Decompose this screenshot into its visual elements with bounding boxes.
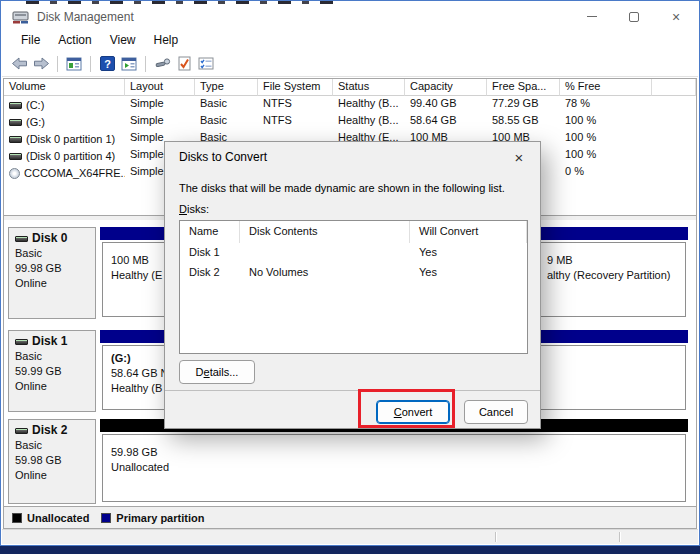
status-bar: [2, 529, 698, 544]
help-icon: ?: [100, 56, 115, 71]
volume-type: Basic: [195, 96, 258, 113]
disks-list-row-disk2[interactable]: Disk 2 No Volumes Yes: [180, 263, 527, 283]
volume-pct: 0 %: [560, 164, 652, 181]
checklist-icon: [198, 57, 214, 70]
disk-size: 59.98 GB: [15, 453, 95, 468]
disk-name: Disk 0: [32, 231, 67, 246]
volume-capacity: 99.40 GB: [405, 96, 487, 113]
disk2-block: Disk 2 Basic 59.98 GB Online 59.98 GB Un…: [8, 419, 688, 504]
disk1-panel[interactable]: Disk 1 Basic 59.99 GB Online: [8, 330, 96, 412]
cancel-button[interactable]: Cancel: [464, 400, 528, 424]
volume-name: (Disk 0 partition 4): [26, 150, 115, 162]
check-document-button[interactable]: [173, 54, 195, 74]
legend-label: Primary partition: [116, 512, 204, 524]
volume-layout: Simple: [125, 113, 195, 130]
disks-list-row-disk1[interactable]: Disk 1 Yes: [180, 243, 527, 263]
volume-fs: NTFS: [258, 113, 333, 130]
col-free-space[interactable]: Free Spa...: [487, 79, 560, 96]
toolbar-separator: [57, 56, 58, 72]
col-name[interactable]: Name: [180, 221, 240, 243]
title-bar: Disk Management ×: [2, 4, 698, 29]
window-controls: ×: [578, 4, 690, 29]
disk-list-button[interactable]: [63, 54, 85, 74]
primary-partition-swatch: [101, 513, 111, 523]
disk2-panel[interactable]: Disk 2 Basic 59.98 GB Online: [8, 419, 96, 504]
disk2-unallocated-space[interactable]: 59.98 GB Unallocated: [102, 434, 686, 502]
disk-size: 99.98 GB: [15, 261, 95, 276]
col-layout[interactable]: Layout: [125, 79, 195, 96]
volume-table-header: Volume Layout Type File System Status Ca…: [4, 79, 696, 96]
disk0-partition-recovery[interactable]: 9 MB althy (Recovery Partition): [530, 242, 686, 317]
legend-unallocated: Unallocated: [12, 512, 89, 524]
volume-name: (Disk 0 partition 1): [26, 133, 115, 145]
console-play-icon: [121, 57, 137, 71]
disk-status: Online: [15, 468, 95, 483]
volume-status: Healthy (B...: [333, 96, 405, 113]
disk-contents: No Volumes: [240, 263, 410, 283]
partition-status: Unallocated: [111, 460, 685, 475]
col-file-system[interactable]: File System: [258, 79, 333, 96]
dialog-close-button[interactable]: ×: [508, 146, 530, 168]
disk-icon: [15, 339, 28, 345]
menu-help[interactable]: Help: [145, 31, 188, 49]
menu-action[interactable]: Action: [49, 31, 100, 49]
details-button[interactable]: Details...: [179, 360, 255, 384]
legend-bar: Unallocated Primary partition: [4, 506, 696, 528]
cd-icon: [9, 168, 20, 179]
will-convert: Yes: [410, 263, 527, 283]
disk-type: Basic: [15, 246, 95, 261]
col-volume[interactable]: Volume: [4, 79, 125, 96]
col-type[interactable]: Type: [195, 79, 258, 96]
disk-icon: [15, 428, 28, 434]
disks-list-header: Name Disk Contents Will Convert: [180, 221, 527, 243]
disk2-strip: 59.98 GB Unallocated: [100, 419, 688, 504]
disk0-panel[interactable]: Disk 0 Basic 99.98 GB Online: [8, 227, 96, 319]
volume-row-g[interactable]: (G:) Simple Basic NTFS Healthy (B... 58.…: [4, 113, 696, 130]
dialog-separator: [165, 390, 540, 391]
back-arrow-icon: [11, 57, 28, 70]
minimize-icon: [587, 16, 597, 17]
desktop-taskbar-strip: [0, 546, 700, 554]
disk-name: Disk 2: [32, 423, 67, 438]
disk-size: 59.99 GB: [15, 364, 95, 379]
toolbar-separator: [145, 56, 146, 72]
col-capacity[interactable]: Capacity: [405, 79, 487, 96]
col-status[interactable]: Status: [333, 79, 405, 96]
disk-type: Basic: [15, 349, 95, 364]
close-button[interactable]: ×: [662, 6, 690, 28]
menu-view[interactable]: View: [101, 31, 145, 49]
checklist-button[interactable]: [195, 54, 217, 74]
dialog-title: Disks to Convert: [179, 150, 267, 164]
minimize-button[interactable]: [578, 6, 606, 28]
drive-icon: [9, 136, 22, 143]
window-title: Disk Management: [37, 10, 134, 24]
volume-free: 77.29 GB: [487, 96, 560, 113]
col-disk-contents[interactable]: Disk Contents: [240, 221, 410, 243]
disks-listview: Name Disk Contents Will Convert Disk 1 Y…: [179, 220, 528, 354]
statusbar-divider: [495, 532, 496, 542]
show-console-button[interactable]: [118, 54, 140, 74]
forward-button[interactable]: [30, 54, 52, 74]
maximize-button[interactable]: [620, 6, 648, 28]
disk-management-window: Disk Management × File Action View Help: [0, 0, 700, 546]
volume-name: (G:): [26, 116, 45, 128]
toolbar-separator: [90, 56, 91, 72]
help-button[interactable]: ?: [96, 54, 118, 74]
dialog-title-bar: Disks to Convert ×: [165, 142, 540, 172]
volume-row-c[interactable]: (C:) Simple Basic NTFS Healthy (B... 99.…: [4, 96, 696, 113]
wand-button[interactable]: [151, 54, 173, 74]
will-convert: Yes: [410, 243, 527, 263]
disk-contents: [240, 243, 410, 263]
svg-text:?: ?: [104, 58, 111, 70]
col-pct-free[interactable]: % Free: [560, 79, 652, 96]
col-will-convert[interactable]: Will Convert: [410, 221, 527, 243]
menu-file[interactable]: File: [12, 31, 49, 49]
disks-to-convert-dialog: Disks to Convert × The disks that will b…: [164, 141, 541, 429]
volume-pct: 100 %: [560, 147, 652, 164]
volume-type: Basic: [195, 113, 258, 130]
back-button[interactable]: [8, 54, 30, 74]
volume-fs: NTFS: [258, 96, 333, 113]
volume-free: 58.55 GB: [487, 113, 560, 130]
drive-icon: [9, 119, 22, 126]
disk-name: Disk 2: [180, 263, 240, 283]
